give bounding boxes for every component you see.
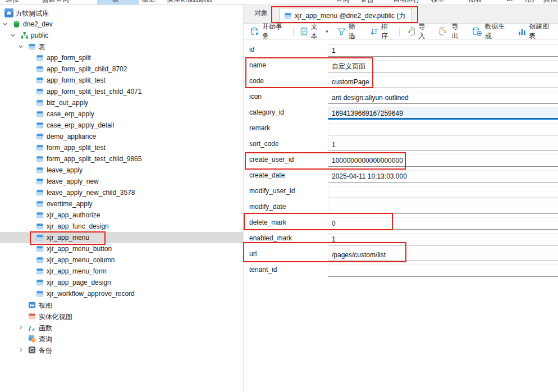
chevron-down-icon[interactable]: [10, 33, 16, 38]
field-value-tenant_id[interactable]: [328, 265, 558, 277]
backup-icon: [28, 346, 37, 354]
field-row-delete_mark: delete_mark0: [244, 215, 558, 230]
field-value-modify_user_id[interactable]: [328, 186, 558, 198]
tree-item-xjr_app_menu[interactable]: xjr_app_menu: [0, 232, 243, 243]
tree-item-力软测试库[interactable]: 力软测试库: [0, 7, 243, 19]
main-toolbar-item-新建查询[interactable]: 新建查询: [42, 0, 69, 4]
tree-item-xjr_app_authorize[interactable]: xjr_app_authorize: [0, 209, 243, 221]
main-toolbar-item-其他[interactable]: 其他: [543, 0, 557, 4]
field-name-sort_code: sort_code: [249, 140, 279, 148]
field-value-category_id[interactable]: 1694139669167259649: [328, 107, 558, 120]
field-value-create_user_id[interactable]: 1000000000000000000: [328, 154, 558, 167]
field-name-tenant_id: tenant_id: [249, 266, 277, 274]
toolbar-button-data-generate[interactable]: 数据生成: [468, 25, 514, 38]
tree-item-overtime_apply[interactable]: overtime_apply: [0, 198, 243, 209]
tree-item-视图[interactable]: 视图: [0, 299, 243, 311]
field-value-modify_date[interactable]: [328, 202, 558, 214]
filter-icon: [337, 28, 346, 36]
tab-bar: 对象 xjr_app_menu @dne2_dev.public (力...: [244, 5, 558, 24]
toolbar-button-sort[interactable]: 排序: [365, 25, 397, 38]
tree-item-biz_out_apply[interactable]: biz_out_apply: [0, 97, 243, 108]
main-toolbar-item-函数[interactable]: 函数: [199, 0, 213, 4]
field-value-name[interactable]: 自定义页面: [328, 60, 558, 72]
chevron-down-icon[interactable]: ▾: [326, 29, 328, 34]
chevron-down-icon[interactable]: [2, 21, 8, 27]
tree-item-函数[interactable]: fx函数: [0, 322, 243, 333]
field-row-remark: remark: [244, 120, 558, 136]
main-toolbar-item-实体化视图[interactable]: 实体化视图: [167, 0, 200, 4]
tree-item-label: leave_apply_new_child_3578: [47, 189, 135, 197]
tree-item-dne2_dev[interactable]: dne2_dev: [0, 19, 243, 30]
main-toolbar-item-BI[interactable]: BI: [506, 0, 513, 3]
begin-transaction-icon: [250, 27, 259, 36]
main-toolbar-item-图表[interactable]: 图表: [469, 0, 482, 4]
tree-item-app_form_split_test[interactable]: app_form_split_test: [0, 75, 243, 86]
table-icon: [36, 177, 45, 186]
import-icon: [406, 27, 415, 36]
tree-item-case_erp_apply[interactable]: case_erp_apply: [0, 108, 243, 120]
toolbar-button-import[interactable]: 导入: [401, 25, 434, 38]
field-value-url[interactable]: /pages/custom/list: [328, 249, 558, 261]
tree-item-xjr_app_menu_form[interactable]: xjr_app_menu_form: [0, 266, 243, 277]
tree-item-备份[interactable]: 备份: [0, 344, 243, 355]
tree-item-label: dne2_dev: [23, 20, 53, 28]
field-value-enabled_mark[interactable]: 1: [328, 233, 558, 245]
chevron-down-icon[interactable]: [18, 44, 24, 49]
tree-item-表[interactable]: 表: [0, 41, 243, 52]
tree-item-demo_appliance[interactable]: demo_appliance: [0, 131, 243, 142]
toolbar-button-label: 筛选: [349, 22, 360, 41]
schema-icon: [20, 31, 29, 40]
tree-item-xjr_app_func_design[interactable]: xjr_app_func_design: [0, 221, 243, 232]
tree-item-label: xjr_app_func_design: [47, 222, 109, 230]
main-toolbar-item-查询[interactable]: 查询: [336, 0, 349, 4]
tree-item-label: biz_out_apply: [47, 99, 88, 107]
field-value-code[interactable]: customPage: [328, 76, 558, 88]
main-toolbar-item-视图[interactable]: 视图: [141, 0, 155, 4]
tab-xjr-app-menu[interactable]: xjr_app_menu @dne2_dev.public (力...: [279, 8, 411, 23]
field-value-sort_code[interactable]: 1: [328, 139, 558, 151]
tree-item-实体化视图[interactable]: 实体化视图: [0, 311, 243, 322]
tree-item-xjr_app_menu_button[interactable]: xjr_app_menu_button: [0, 243, 243, 254]
tree-item-app_form_split_child_8702[interactable]: app_form_split_child_8702: [0, 63, 243, 75]
tab-objects[interactable]: 对象: [254, 8, 268, 18]
tree-item-label: form_app_split_test_child_9865: [47, 155, 141, 163]
toolbar-button-filter[interactable]: 筛选: [333, 25, 365, 38]
chevron-right-icon[interactable]: [18, 325, 24, 330]
main-toolbar-item-表[interactable]: 表: [112, 0, 119, 4]
main-toolbar-item-用户[interactable]: 用户: [525, 0, 538, 4]
tree-item-leave_apply_new[interactable]: leave_apply_new: [0, 176, 243, 187]
main-toolbar-item-模型[interactable]: 模型: [431, 0, 445, 4]
field-value-id[interactable]: 1: [328, 44, 558, 57]
tree-item-leave_apply[interactable]: leave_apply: [0, 165, 243, 176]
field-value-delete_mark[interactable]: 0: [328, 217, 558, 230]
main-toolbar-item-自动运行[interactable]: 自动运行: [393, 0, 420, 4]
main-toolbar-item-连接[interactable]: 连接: [6, 0, 19, 4]
export-icon: [439, 27, 449, 36]
tree-item-xjr_app_menu_column[interactable]: xjr_app_menu_column: [0, 254, 243, 266]
toolbar-button-begin-transaction[interactable]: 开始事务: [246, 25, 291, 38]
tree-item-public[interactable]: public: [0, 30, 243, 41]
main-toolbar-item-备份[interactable]: 备份: [360, 0, 374, 4]
toolbar-button-export[interactable]: 导出: [434, 25, 468, 38]
table-icon: [36, 76, 45, 85]
tree-item-xjr_app_page_design[interactable]: xjr_app_page_design: [0, 277, 243, 288]
tree-item-form_app_split_test[interactable]: form_app_split_test: [0, 142, 243, 153]
tree-item-查询[interactable]: 查询: [0, 333, 243, 344]
field-value-create_date[interactable]: 2025-04-11 10:13:03.000: [328, 170, 558, 183]
tree-item-xjr_workflow_approve_record[interactable]: xjr_workflow_approve_record: [0, 288, 243, 299]
field-value-icon[interactable]: ant-design:aliyun-outlined: [328, 92, 558, 104]
tree-item-case_erp_apply_detail[interactable]: case_erp_apply_detail: [0, 120, 243, 131]
tree-item-leave_apply_new_child_3578[interactable]: leave_apply_new_child_3578: [0, 187, 243, 198]
tree-item-form_app_split_test_child_9865[interactable]: form_app_split_test_child_9865: [0, 153, 243, 165]
tree-item-label: app_form_split_test_child_4071: [47, 88, 141, 95]
text-doc-icon: [300, 27, 308, 36]
table-icon: [36, 65, 45, 74]
toolbar-button-label: 导入: [418, 22, 430, 41]
field-row-code: codecustomPage: [244, 73, 558, 89]
chevron-right-icon[interactable]: [18, 347, 24, 353]
field-value-remark[interactable]: [328, 123, 558, 135]
toolbar-button-create-chart[interactable]: 创建图表: [514, 25, 558, 38]
toolbar-button-text-doc[interactable]: 文本▾: [295, 25, 333, 38]
tree-item-app_form_split[interactable]: app_form_split: [0, 52, 243, 63]
tree-item-app_form_split_test_child_4071[interactable]: app_form_split_test_child_4071: [0, 86, 243, 97]
